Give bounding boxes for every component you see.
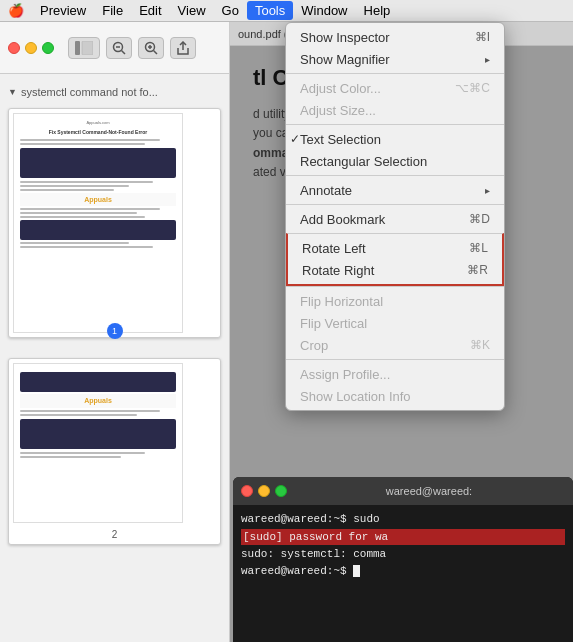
terminal-body: wareed@wareed:~$ sudo [sudo] password fo…: [233, 505, 573, 585]
flip-vertical-item: Flip Vertical: [286, 312, 504, 334]
svg-rect-1: [82, 41, 93, 55]
terminal-window: wareed@wareed: wareed@wareed:~$ sudo [su…: [233, 477, 573, 642]
flip-horizontal-label: Flip Horizontal: [300, 294, 490, 309]
text-selection-item[interactable]: Text Selection: [286, 128, 504, 150]
add-bookmark-shortcut: ⌘D: [469, 212, 490, 226]
terminal-close[interactable]: [241, 485, 253, 497]
rotate-left-label: Rotate Left: [302, 241, 461, 256]
menu-section-1: Show Inspector ⌘I Show Magnifier ▸: [286, 23, 504, 73]
thumbnail-image-2: Appuals: [13, 363, 183, 523]
assign-profile-label: Assign Profile...: [300, 367, 490, 382]
thumbnail-image-1: Appuals.com Fix Systemctl Command-Not-Fo…: [13, 113, 183, 333]
page-2-thumbnail[interactable]: Appuals 2: [8, 358, 221, 545]
apple-menu[interactable]: 🍎: [0, 1, 32, 20]
show-inspector-shortcut: ⌘I: [475, 30, 490, 44]
show-location-info-item: Show Location Info: [286, 385, 504, 407]
rectangular-selection-item[interactable]: Rectangular Selection: [286, 150, 504, 172]
maximize-button[interactable]: [42, 42, 54, 54]
terminal-line3: sudo: systemctl: comma: [241, 546, 565, 563]
show-magnifier-label: Show Magnifier: [300, 52, 477, 67]
rectangular-selection-label: Rectangular Selection: [300, 154, 490, 169]
share-button[interactable]: [170, 37, 196, 59]
menu-section-2: Adjust Color... ⌥⌘C Adjust Size...: [286, 73, 504, 124]
menu-window[interactable]: Window: [293, 1, 355, 20]
flip-vertical-label: Flip Vertical: [300, 316, 490, 331]
rotate-right-shortcut: ⌘R: [467, 263, 488, 277]
show-inspector-item[interactable]: Show Inspector ⌘I: [286, 26, 504, 48]
terminal-minimize[interactable]: [258, 485, 270, 497]
svg-line-4: [122, 50, 126, 54]
menu-tools[interactable]: Tools: [247, 1, 293, 20]
adjust-color-item: Adjust Color... ⌥⌘C: [286, 77, 504, 99]
menu-help[interactable]: Help: [356, 1, 399, 20]
adjust-size-item: Adjust Size...: [286, 99, 504, 121]
terminal-cursor: [353, 565, 360, 577]
adjust-size-label: Adjust Size...: [300, 103, 490, 118]
crop-shortcut: ⌘K: [470, 338, 490, 352]
adjust-color-label: Adjust Color...: [300, 81, 447, 96]
add-bookmark-item[interactable]: Add Bookmark ⌘D: [286, 208, 504, 230]
toolbar: [0, 22, 229, 74]
traffic-lights: [8, 42, 54, 54]
terminal-line4: wareed@wareed:~$: [241, 563, 565, 580]
zoom-in-button[interactable]: [138, 37, 164, 59]
terminal-titlebar: wareed@wareed:: [233, 477, 573, 505]
sidebar-document-title: ▼ systemctl command not fo...: [8, 82, 221, 102]
page-1-thumbnail[interactable]: Appuals.com Fix Systemctl Command-Not-Fo…: [8, 108, 221, 338]
annotate-arrow: ▸: [485, 185, 490, 196]
crop-label: Crop: [300, 338, 462, 353]
tools-dropdown-menu[interactable]: Show Inspector ⌘I Show Magnifier ▸ Adjus…: [285, 22, 505, 411]
assign-profile-item: Assign Profile...: [286, 363, 504, 385]
minimize-button[interactable]: [25, 42, 37, 54]
rotate-right-label: Rotate Right: [302, 263, 459, 278]
show-magnifier-item[interactable]: Show Magnifier ▸: [286, 48, 504, 70]
terminal-maximize[interactable]: [275, 485, 287, 497]
page-2-label: 2: [13, 529, 216, 540]
rotate-right-item[interactable]: Rotate Right ⌘R: [288, 259, 502, 281]
page-1-badge: 1: [107, 323, 123, 339]
show-inspector-label: Show Inspector: [300, 30, 467, 45]
sidebar-content[interactable]: ▼ systemctl command not fo... Appuals.co…: [0, 74, 229, 642]
show-location-info-label: Show Location Info: [300, 389, 490, 404]
menu-section-4: Annotate ▸: [286, 175, 504, 204]
show-magnifier-arrow: ▸: [485, 54, 490, 65]
rotate-section: Rotate Left ⌘L Rotate Right ⌘R: [286, 233, 504, 286]
terminal-traffic-lights: [241, 485, 287, 497]
text-selection-label: Text Selection: [300, 132, 490, 147]
menu-bar: 🍎 Preview File Edit View Go Tools Window…: [0, 0, 573, 22]
add-bookmark-label: Add Bookmark: [300, 212, 461, 227]
crop-item: Crop ⌘K: [286, 334, 504, 356]
sidebar: ▼ systemctl command not fo... Appuals.co…: [0, 22, 230, 642]
menu-section-8: Assign Profile... Show Location Info: [286, 359, 504, 410]
annotate-item[interactable]: Annotate ▸: [286, 179, 504, 201]
terminal-line2: [sudo] password for wa: [241, 529, 565, 546]
menu-section-5: Add Bookmark ⌘D: [286, 204, 504, 233]
rotate-left-shortcut: ⌘L: [469, 241, 488, 255]
annotate-label: Annotate: [300, 183, 485, 198]
svg-line-8: [154, 50, 158, 54]
menu-file[interactable]: File: [94, 1, 131, 20]
adjust-color-shortcut: ⌥⌘C: [455, 81, 490, 95]
flip-horizontal-item: Flip Horizontal: [286, 290, 504, 312]
close-button[interactable]: [8, 42, 20, 54]
menu-edit[interactable]: Edit: [131, 1, 169, 20]
terminal-title: wareed@wareed:: [293, 485, 565, 497]
menu-go[interactable]: Go: [214, 1, 247, 20]
rotate-left-item[interactable]: Rotate Left ⌘L: [288, 237, 502, 259]
menu-section-7: Flip Horizontal Flip Vertical Crop ⌘K: [286, 286, 504, 359]
menu-preview[interactable]: Preview: [32, 1, 94, 20]
sidebar-toggle-button[interactable]: [68, 37, 100, 59]
zoom-out-button[interactable]: [106, 37, 132, 59]
menu-section-3: Text Selection Rectangular Selection: [286, 124, 504, 175]
menu-view[interactable]: View: [170, 1, 214, 20]
svg-rect-0: [75, 41, 80, 55]
terminal-line1: wareed@wareed:~$ sudo: [241, 511, 565, 528]
